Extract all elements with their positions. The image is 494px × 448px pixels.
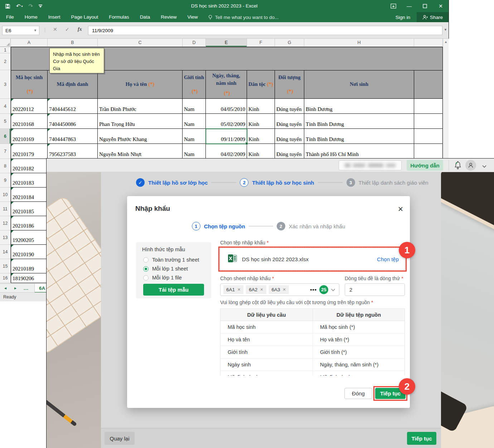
sheet-more-icon[interactable]: ... <box>24 286 29 291</box>
formula-bar-expand-icon[interactable]: ▼ <box>444 28 447 31</box>
row-header[interactable]: 13 <box>0 230 11 245</box>
radio-whole-school[interactable]: Toàn trường 1 sheet <box>143 257 199 263</box>
row-header[interactable]: 12 <box>0 216 11 230</box>
blurred-account-button[interactable] <box>339 160 402 170</box>
back-button[interactable]: Quay lại <box>105 432 135 445</box>
col-header-e[interactable]: E <box>206 39 247 47</box>
row-header[interactable]: 2 <box>0 53 11 70</box>
share-button[interactable]: Share <box>417 12 449 22</box>
cell[interactable]: 7404447863 <box>48 129 98 144</box>
table-header-cell[interactable]: Họ và tên(*) <box>98 70 183 99</box>
cell[interactable]: Tỉnh Bình Dương <box>304 114 414 129</box>
tab-file[interactable]: File <box>0 12 19 22</box>
cell[interactable]: 19200205 <box>11 230 48 245</box>
cell[interactable]: 20210179 <box>11 144 48 159</box>
table-header-cell[interactable]: Giới tính (*) <box>183 70 206 99</box>
cell[interactable] <box>414 114 443 129</box>
tab-insert[interactable]: Insert <box>43 12 66 22</box>
table-header-cell[interactable]: Đối tượng (*) <box>275 70 304 99</box>
tab-review[interactable]: Review <box>155 12 182 22</box>
col-header-g[interactable]: G <box>275 39 304 47</box>
cell[interactable] <box>414 144 443 159</box>
download-template-button[interactable]: Tải tệp mẫu <box>143 284 204 296</box>
step1-label[interactable]: Thiết lập hồ sơ lớp học <box>148 180 208 186</box>
step3-label[interactable]: Thiết lập danh sách giáo viên <box>359 180 428 186</box>
row-header[interactable]: 5 <box>0 114 11 129</box>
chip-remove-icon[interactable]: ✕ <box>260 287 263 292</box>
cell[interactable]: 20220112 <box>11 99 48 114</box>
cell[interactable]: 20210184 <box>11 188 48 202</box>
row-header[interactable]: 10 <box>0 188 11 202</box>
continue-button[interactable]: Tiếp tục <box>407 432 436 445</box>
sheet-chip[interactable]: 6A2✕ <box>246 285 266 294</box>
select-all-corner[interactable] <box>0 39 11 47</box>
user-avatar[interactable] <box>465 160 476 171</box>
tab-home[interactable]: Home <box>19 12 43 22</box>
cancel-entry-icon[interactable]: ✕ <box>53 26 57 32</box>
cell[interactable]: Đúng tuyển <box>275 114 304 129</box>
cell[interactable]: 05/02/2009 <box>206 114 247 129</box>
col-header-h[interactable]: H <box>304 39 414 47</box>
cell[interactable]: Nam <box>183 129 206 144</box>
sheet-multiselect[interactable]: 6A1✕ 6A2✕ 6A3✕ ••• 25 <box>220 283 339 296</box>
cell[interactable]: Thành phố Hồ Chí Minh <box>304 144 414 159</box>
cell[interactable]: 04/02/2009 <box>206 144 247 159</box>
dialog-close-icon[interactable]: ✕ <box>398 205 403 213</box>
cell[interactable]: 7404450086 <box>48 114 98 129</box>
table-header-cell[interactable]: Nơi sinh <box>304 70 414 99</box>
cell[interactable]: Tỉnh Bình Dương <box>304 129 414 144</box>
restore-button[interactable] <box>417 0 433 12</box>
tab-page-layout[interactable]: Page Layout <box>66 12 104 22</box>
cell[interactable]: Nam <box>183 99 206 114</box>
col-header-a[interactable]: A <box>11 39 48 47</box>
row-header[interactable]: 1 <box>0 47 11 53</box>
tab-formulas[interactable]: Formulas <box>103 12 134 22</box>
cell[interactable]: 20210182 <box>11 159 48 173</box>
col-header-d[interactable]: D <box>183 39 206 47</box>
cell[interactable] <box>414 129 443 144</box>
row-header[interactable]: 4 <box>0 99 11 114</box>
scroll-up-icon[interactable]: ▲ <box>444 40 447 44</box>
header-row-input[interactable] <box>345 283 405 296</box>
cell[interactable]: Kinh <box>247 99 275 114</box>
sheet-next-icon[interactable]: ▸ <box>14 286 16 291</box>
cell[interactable]: 18190206 <box>11 273 48 283</box>
tell-me-box[interactable]: Tell me what you want to do... <box>203 15 279 20</box>
row-header[interactable]: 9 <box>0 173 11 188</box>
minimize-button[interactable]: — <box>401 0 417 12</box>
table-header-cell[interactable]: Ngày, tháng, năm sinh (*) <box>206 70 247 99</box>
sheet-chip[interactable]: 6A3✕ <box>269 285 289 294</box>
close-button[interactable]: ✕ <box>433 0 449 12</box>
radio-icon[interactable] <box>143 275 149 281</box>
radio-selected-icon[interactable] <box>143 266 149 272</box>
table-header-cell[interactable]: Mã định danh <box>48 70 98 99</box>
table-header-cell[interactable]: Mã học sinh(*) <box>11 70 48 99</box>
formula-input[interactable]: 11/9/2009 <box>88 26 442 35</box>
cell[interactable]: Nam <box>183 144 206 159</box>
col-header-c[interactable]: C <box>98 39 183 47</box>
row-header[interactable]: 3 <box>0 70 11 99</box>
cell[interactable]: Kinh <box>247 129 275 144</box>
cell[interactable]: Đúng tuyển <box>275 129 304 144</box>
cell[interactable]: Nguyễn Phước Khang <box>98 129 183 144</box>
cell[interactable]: Kinh <box>247 114 275 129</box>
col-header-b[interactable]: B <box>48 39 98 47</box>
chip-remove-icon[interactable]: ✕ <box>283 287 286 292</box>
row-header[interactable]: 16 <box>0 273 11 283</box>
cell[interactable]: 20210169 <box>11 129 48 144</box>
step2-label[interactable]: Thiết lập hồ sơ học sinh <box>252 180 314 186</box>
radio-icon[interactable] <box>143 257 149 263</box>
cell[interactable]: 7404445612 <box>48 99 98 114</box>
dialog-close-button[interactable]: Đóng <box>344 388 372 399</box>
sheet-chip[interactable]: 6A1✕ <box>223 285 243 294</box>
cell[interactable]: 04/05/2010 <box>206 99 247 114</box>
tab-data[interactable]: Data <box>135 12 156 22</box>
name-box-dropdown-icon[interactable]: ▼ <box>34 29 39 32</box>
row-header[interactable]: 11 <box>0 202 11 216</box>
ribbon-display-options-icon[interactable] <box>386 0 401 12</box>
insert-function-icon[interactable]: fx <box>78 26 82 32</box>
cell[interactable]: 20210168 <box>11 114 48 129</box>
cell[interactable]: Đúng tuyển <box>275 99 304 114</box>
cell[interactable]: Trần Đình Phước <box>98 99 183 114</box>
radio-per-class-file[interactable]: Mỗi lớp 1 file <box>143 275 182 281</box>
